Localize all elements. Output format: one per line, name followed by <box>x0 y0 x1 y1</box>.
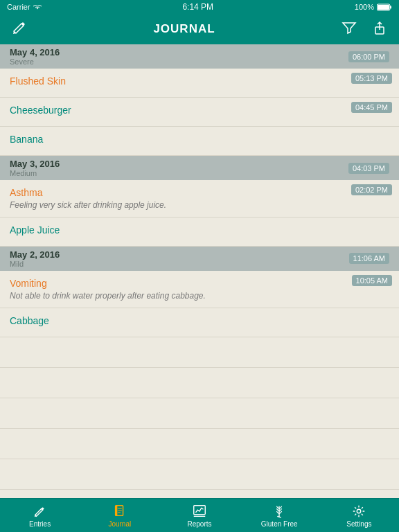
row-description: Not able to drink water properly after e… <box>10 290 389 302</box>
list-item[interactable]: 10:05 AM Vomiting Not able to drink wate… <box>0 271 399 308</box>
section-severity-may2: Mild <box>10 260 60 268</box>
tab-reports-label: Reports <box>188 520 212 528</box>
svg-rect-5 <box>115 505 117 515</box>
share-icon <box>372 20 387 35</box>
tab-journal[interactable]: Journal <box>80 499 159 532</box>
list-item[interactable]: 05:13 PM Flushed Skin <box>0 69 399 98</box>
section-date-may2: May 2, 2016 <box>10 249 60 260</box>
carrier-label: Carrier <box>7 3 30 11</box>
section-date-may3: May 3, 2016 <box>10 159 60 169</box>
section-severity-may4: Severe <box>10 57 60 66</box>
section-date-may4: May 4, 2016 <box>10 47 60 57</box>
empty-row <box>0 490 399 498</box>
food-title: Apple Juice <box>10 224 389 236</box>
section-time-may4: 06:00 PM <box>348 51 389 62</box>
empty-row <box>0 398 399 429</box>
empty-row <box>0 337 399 368</box>
filter-button[interactable] <box>338 20 360 39</box>
share-button[interactable] <box>369 20 391 39</box>
row-time: 04:45 PM <box>351 102 392 113</box>
status-left: Carrier <box>7 3 42 11</box>
list-item[interactable]: Banana <box>0 127 399 156</box>
status-time: 6:14 PM <box>182 2 213 12</box>
battery-label: 100% <box>355 3 374 11</box>
empty-row <box>0 459 399 490</box>
svg-rect-1 <box>378 5 389 10</box>
wheat-tab-icon <box>272 504 287 519</box>
list-item[interactable]: Apple Juice <box>0 218 399 247</box>
section-severity-may3: Medium <box>10 169 60 177</box>
tab-settings-label: Settings <box>346 520 371 528</box>
status-bar: Carrier 6:14 PM 100% <box>0 0 399 14</box>
section-header-may4: May 4, 2016 Severe 06:00 PM <box>0 44 399 69</box>
section-time-may2: 11:06 AM <box>349 253 389 264</box>
food-title: Cheeseburger <box>10 105 389 116</box>
section-time-may3: 04:03 PM <box>348 163 389 174</box>
tab-journal-label: Journal <box>108 520 131 528</box>
status-right: 100% <box>355 3 392 11</box>
list-item[interactable]: 04:45 PM Cheeseburger <box>0 98 399 127</box>
tab-entries-label: Entries <box>29 520 51 528</box>
symptom-title: Vomiting <box>10 278 389 289</box>
nav-title: JOURNAL <box>153 22 215 36</box>
list-item[interactable]: 02:02 PM Asthma Feeling very sick after … <box>0 180 399 218</box>
journal-content: May 4, 2016 Severe 06:00 PM 05:13 PM Flu… <box>0 44 399 498</box>
tab-gluten-free[interactable]: Gluten Free <box>240 499 319 532</box>
nav-bar: JOURNAL <box>0 14 399 44</box>
row-time: 05:13 PM <box>351 73 392 84</box>
edit-button[interactable] <box>8 20 30 39</box>
svg-point-13 <box>357 509 362 513</box>
svg-rect-2 <box>390 6 391 8</box>
tab-gluten-free-label: Gluten Free <box>261 520 298 528</box>
wifi-icon <box>33 3 42 10</box>
pencil-icon <box>12 20 27 35</box>
tab-entries[interactable]: Entries <box>0 499 80 532</box>
row-description: Feeling very sick after drinking apple j… <box>10 200 389 211</box>
svg-rect-9 <box>194 505 206 514</box>
row-time: 10:05 AM <box>352 275 392 286</box>
filter-icon <box>342 20 357 35</box>
section-header-may2: May 2, 2016 Mild 11:06 AM <box>0 247 399 271</box>
food-title: Cabbage <box>10 315 389 326</box>
book-tab-icon <box>112 504 127 519</box>
symptom-title: Asthma <box>10 187 389 198</box>
empty-row <box>0 429 399 459</box>
empty-rows <box>0 337 399 498</box>
symptom-title: Flushed Skin <box>10 76 389 87</box>
pencil-tab-icon <box>33 504 48 519</box>
food-title: Banana <box>10 134 389 145</box>
tab-reports[interactable]: Reports <box>159 499 239 532</box>
empty-row <box>0 368 399 398</box>
gear-tab-icon <box>351 504 366 519</box>
battery-icon <box>377 3 392 11</box>
tab-settings[interactable]: Settings <box>319 499 399 532</box>
row-time: 02:02 PM <box>351 184 392 195</box>
tab-bar: Entries Journal Reports <box>0 498 399 532</box>
section-header-may3: May 3, 2016 Medium 04:03 PM <box>0 156 399 180</box>
list-item[interactable]: Cabbage <box>0 308 399 337</box>
chart-tab-icon <box>192 504 207 519</box>
